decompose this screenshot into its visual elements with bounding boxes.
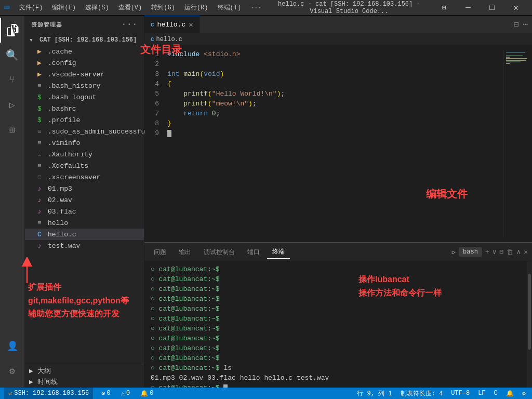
terminal-line-9: ○ cat@lubancat:~$ [151,343,521,353]
tab-problems[interactable]: 问题 [149,246,171,259]
tree-item-viminfo[interactable]: ≡ .viminfo [25,137,144,149]
errors-status[interactable]: ⊗ 0 [99,390,112,397]
tree-item-flac[interactable]: ♪ 03.flac [25,206,144,217]
file-name: .vscode-server [48,71,104,78]
activity-extensions[interactable]: ⊞ [0,117,25,142]
split-editor-icon[interactable]: ⊟ [514,19,519,30]
chevron-down-icon[interactable]: ∨ [493,248,497,256]
close-terminal-icon[interactable]: ✕ [524,248,528,256]
tab-hello-c[interactable]: C hello.c ✕ [144,16,200,33]
encoding-status[interactable]: UTF-8 [449,390,472,397]
sidebar-title: 资源管理器 [31,21,62,29]
file-icon: ≡ [37,174,46,181]
activity-settings[interactable]: ⚙ [0,358,25,383]
sidebar-menu-btn[interactable]: ··· [122,20,138,29]
maximize-terminal-icon[interactable]: ∧ [516,248,521,256]
file-name: .cache [48,48,72,56]
split-terminal-icon[interactable]: ⊟ [500,248,504,256]
tree-item-test-wav[interactable]: ♪ test.wav [25,240,144,251]
folder-icon: ▶ [37,47,46,56]
window-maximize-btn[interactable]: □ [480,0,504,16]
window-layout-btn[interactable]: ⊞ [432,0,456,16]
file-name: 03.flac [48,208,76,216]
menu-more[interactable]: ... [246,2,266,13]
activity-source-control[interactable]: ⑂ [0,68,25,92]
tab-output[interactable]: 输出 [174,246,196,259]
tab-terminal[interactable]: 终端 [267,245,290,259]
code-line-8: } [167,118,503,128]
tree-item-bash-history[interactable]: ≡ .bash_history [25,80,144,91]
main-layout: 🔍 ⑂ ▷ ⊞ 👤 ⚙ 资源管理器 ··· ▾ CAT [SSH: 192.16… [0,16,532,388]
notifications-btn[interactable]: 🔔 [504,390,516,397]
tree-item-profile[interactable]: $ .profile [25,114,144,126]
tab-ports[interactable]: 端口 [242,246,265,259]
plus-icon[interactable]: + [485,248,489,256]
timeline-section[interactable]: ▶ 时间线 [25,376,144,388]
tree-root[interactable]: ▾ CAT [SSH: 192.168.103.156] [25,34,144,46]
menu-terminal[interactable]: 终端(T) [214,2,246,13]
file-name: .bash_history [48,82,100,90]
file-icon: ≡ [37,219,46,227]
trash-icon[interactable]: 🗑 [507,248,513,256]
tree-item-vscode-server[interactable]: ▶ .vscode-server [25,69,144,80]
tree-item-cache[interactable]: ▶ .cache [25,46,144,57]
code-line-5: printf("Hello World!\n"); [167,89,503,99]
cursor-position[interactable]: 行 9, 列 1 [355,389,394,398]
tab-close-btn[interactable]: ✕ [189,20,193,29]
sidebar: 资源管理器 ··· ▾ CAT [SSH: 192.168.103.156] ▶… [25,16,144,388]
terminal-scrollbar-thumb[interactable] [528,274,531,350]
tree-item-bashrc[interactable]: $ .bashrc [25,103,144,114]
menu-file[interactable]: 文件(F) [15,2,47,13]
bash-label[interactable]: bash [459,247,482,257]
tab-debug-console[interactable]: 调试控制台 [198,246,240,259]
window-close-btn[interactable]: ✕ [504,0,528,16]
tree-item-hello-c[interactable]: C hello.c [25,229,144,240]
tree-item-bash-logout[interactable]: $ .bash_logout [25,91,144,103]
menu-run[interactable]: 运行(R) [180,2,212,13]
shell-icon: $ [37,116,46,124]
activity-explorer[interactable] [0,18,25,43]
timeline-label: ▶ 时间线 [29,377,58,387]
tree-item-wav02[interactable]: ♪ 02.wav [25,194,144,206]
activity-account[interactable]: 👤 [0,334,25,358]
menu-goto[interactable]: 转到(G) [147,2,179,13]
tree-item-xdefaults[interactable]: ≡ .Xdefaults [25,160,144,171]
tree-root-label: CAT [SSH: 192.168.103.156] [39,36,137,44]
tree-item-xscreensaver[interactable]: ≡ .xscreensaver [25,171,144,183]
activity-search[interactable]: 🔍 [0,43,25,68]
activity-run[interactable]: ▷ [0,92,25,117]
menu-select[interactable]: 选择(S) [81,2,113,13]
breadcrumb-c-icon: C [151,36,154,43]
info-status[interactable]: 🔔 0 [138,390,155,397]
tab-size-status[interactable]: 制表符长度: 4 [398,389,445,398]
tree-item-xauthority[interactable]: ≡ .Xauthority [25,149,144,160]
file-name: 01.mp3 [48,185,72,193]
file-name: hello.c [48,231,76,238]
code-content[interactable]: #include <stdio.h> int main(void) { prin… [165,49,503,238]
sidebar-header: 资源管理器 ··· [25,16,144,33]
warnings-status[interactable]: ⚠ 0 [119,390,132,397]
settings-btn[interactable]: ⚙ [520,390,528,397]
outline-section[interactable]: ▶ 大纲 [25,365,144,376]
more-actions-icon[interactable]: ⋯ [523,19,528,30]
menu-view[interactable]: 查看(V) [114,2,147,13]
file-name: .Xauthority [48,151,92,158]
file-name: .viminfo [48,139,80,147]
menu-edit[interactable]: 编辑(E) [48,2,80,13]
tree-item-mp3[interactable]: ♪ 01.mp3 [25,183,144,194]
code-editor[interactable]: 1 2 3 4 5 6 7 8 9 #include <stdio.h> int… [144,45,532,242]
terminal-line-8: ○ cat@lubancat:~$ [151,334,521,343]
terminal-content[interactable]: ○ cat@lubancat:~$ ○ cat@lubancat:~$ ○ ca… [144,261,527,388]
tree-item-hello[interactable]: ≡ hello [25,217,144,229]
line-ending-status[interactable]: LF [476,390,487,397]
tree-item-sudo[interactable]: ≡ .sudo_as_admin_successful [25,126,144,137]
terminal-line-4: ○ cat@lubancat:~$ [151,294,521,304]
terminal-line-ls: ○ cat@lubancat:~$ ls [151,363,521,373]
tree-item-config[interactable]: ▶ .config [25,57,144,69]
c-icon: C [151,22,154,28]
ssh-status[interactable]: ⇌ SSH: 192.168.103.156 [4,388,93,399]
window-minimize-btn[interactable]: ─ [456,0,480,16]
terminal-line-7: ○ cat@lubancat:~$ [151,324,521,334]
language-status[interactable]: C [492,390,500,397]
terminal-scrollbar[interactable] [527,261,532,388]
